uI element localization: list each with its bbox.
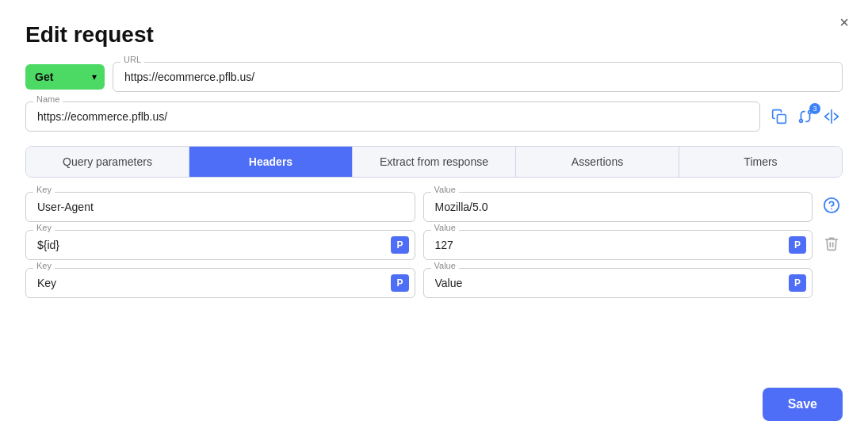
row3-value-field: Value P bbox=[423, 268, 813, 298]
row1-action bbox=[820, 195, 843, 220]
row2-value-p-button[interactable]: P bbox=[789, 236, 806, 254]
row2-key-label: Key bbox=[33, 223, 55, 232]
row2-key-p-button[interactable]: P bbox=[391, 236, 408, 254]
url-field-wrapper: URL bbox=[113, 62, 843, 92]
name-input[interactable] bbox=[25, 101, 760, 132]
svg-rect-0 bbox=[778, 115, 786, 124]
row3-key-field: Key P bbox=[25, 268, 415, 298]
row1-value-input[interactable] bbox=[423, 192, 813, 222]
tab-headers[interactable]: Headers bbox=[189, 147, 353, 177]
save-button[interactable]: Save bbox=[763, 388, 843, 421]
tab-assertions[interactable]: Assertions bbox=[516, 147, 679, 177]
row1-key-field: Key bbox=[25, 192, 415, 222]
table-row: Key Value bbox=[25, 192, 843, 222]
edit-request-modal: × Edit request Get Post Put Delete Patch… bbox=[0, 0, 868, 440]
row3-key-p-button[interactable]: P bbox=[391, 274, 408, 292]
icon-group: 3 bbox=[768, 106, 843, 127]
row1-key-label: Key bbox=[33, 185, 55, 194]
name-row: Name 3 bbox=[25, 101, 843, 132]
row3-key-input[interactable] bbox=[25, 268, 415, 298]
help-circle-icon bbox=[823, 197, 840, 214]
method-wrapper: Get Post Put Delete Patch bbox=[25, 64, 105, 90]
path-badge: 3 bbox=[809, 103, 820, 114]
row1-key-input[interactable] bbox=[25, 192, 415, 222]
copy-alt-icon bbox=[824, 109, 839, 124]
row3-value-label: Value bbox=[431, 261, 459, 270]
tabs-container: Query parameters Headers Extract from re… bbox=[25, 146, 843, 178]
copy-alt-icon-button[interactable] bbox=[820, 107, 843, 126]
method-select[interactable]: Get Post Put Delete Patch bbox=[25, 64, 105, 90]
name-field-wrapper: Name bbox=[25, 101, 760, 132]
path-icon-button[interactable]: 3 bbox=[793, 106, 817, 127]
copy-icon-button[interactable] bbox=[768, 107, 790, 126]
page-title: Edit request bbox=[25, 22, 843, 48]
url-label: URL bbox=[120, 55, 144, 64]
row1-value-field: Value bbox=[423, 192, 813, 222]
copy-icon bbox=[771, 109, 787, 124]
row2-value-label: Value bbox=[431, 223, 459, 232]
row3-value-input[interactable] bbox=[423, 268, 813, 298]
trash-icon bbox=[824, 235, 839, 251]
close-button[interactable]: × bbox=[839, 14, 849, 30]
row3-key-label: Key bbox=[33, 261, 55, 270]
url-input[interactable] bbox=[113, 62, 843, 92]
table-row: Key P Value P bbox=[25, 230, 843, 260]
tab-timers[interactable]: Timers bbox=[679, 147, 842, 177]
tab-extract-from-response[interactable]: Extract from response bbox=[353, 147, 516, 177]
name-label: Name bbox=[33, 94, 63, 104]
kv-rows-area: Key Value Key P bbox=[25, 192, 843, 298]
url-row: Get Post Put Delete Patch URL bbox=[25, 62, 843, 92]
row2-key-field: Key P bbox=[25, 230, 415, 260]
tab-query-parameters[interactable]: Query parameters bbox=[26, 147, 189, 177]
row2-key-input[interactable] bbox=[25, 230, 415, 260]
table-row: Key P Value P bbox=[25, 268, 843, 298]
help-icon-button[interactable] bbox=[821, 195, 842, 220]
delete-icon-button[interactable] bbox=[822, 234, 841, 257]
row1-value-label: Value bbox=[431, 185, 459, 194]
save-row: Save bbox=[763, 388, 843, 421]
row3-value-p-button[interactable]: P bbox=[789, 274, 806, 292]
row2-value-field: Value P bbox=[423, 230, 813, 260]
row2-action bbox=[820, 234, 843, 257]
row2-value-input[interactable] bbox=[423, 230, 813, 260]
